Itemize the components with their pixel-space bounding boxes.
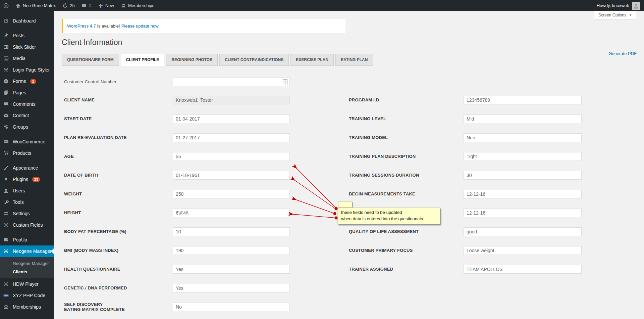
field-label-customer-primary-focus: CUSTOMER PRIMARY FOCUS [349, 246, 460, 255]
sidebar-item-plugins[interactable]: Plugins23 [0, 174, 54, 185]
sidebar-subitem-neogene-manager[interactable]: Neogene Manager [0, 259, 54, 268]
sidebar-item-label: Memberships [13, 304, 41, 310]
customer-control-number-input[interactable] [173, 78, 290, 86]
health-questionnaire-input[interactable] [173, 265, 290, 274]
generate-pdf-link[interactable]: Generate PDF [608, 51, 637, 56]
sidebar-item-posts[interactable]: Posts [0, 30, 54, 41]
comments-link[interactable]: 0 [82, 3, 91, 8]
people-icon [121, 3, 126, 8]
field-label-age: AGE [64, 152, 170, 161]
field-label-date-of-birth: DATE OF BIRTH [64, 171, 170, 180]
sidebar-item-label: Groups [13, 124, 28, 130]
sidebar-item-appearance[interactable]: Appearance [0, 162, 54, 174]
sidebar-item-tools[interactable]: Tools [0, 196, 54, 208]
pin-icon [3, 33, 9, 38]
screen-options-button[interactable]: Screen Options ▼ [594, 11, 636, 19]
start-date-input[interactable] [173, 115, 290, 123]
number-spinner-icon[interactable]: ▲▼ [283, 79, 287, 85]
field-label-height: HEIGHT [64, 209, 170, 217]
media-icon [3, 56, 9, 61]
weight-input[interactable] [173, 190, 290, 198]
sidebar-item-groups[interactable]: Groups [0, 121, 54, 133]
sidebar-separator [0, 133, 54, 136]
sidebar-item-label: Custom Fields [13, 222, 43, 228]
field-label-training-sessions-duration: TRAINING SESSIONS DURATION [349, 171, 460, 180]
notice-text: is available! [97, 24, 120, 29]
sidebar-item-label: Media [13, 56, 25, 61]
cart-icon [3, 150, 9, 156]
sidebar-item-dashboard[interactable]: Dashboard [0, 15, 54, 27]
sidebar-item-slick-slider[interactable]: Slick Slider [0, 41, 54, 53]
gear-icon [3, 248, 9, 254]
sidebar-item-pages[interactable]: Pages [0, 87, 54, 98]
site-name-link[interactable]: Neo Gene Matrix [15, 3, 56, 8]
customer-primary-focus-input[interactable] [464, 246, 582, 255]
admin-bar: W Neo Gene Matrix 25 0 New [0, 0, 644, 11]
tab-client-profile[interactable]: CLIENT PROFILE [121, 54, 165, 66]
home-icon [15, 3, 21, 8]
avatar[interactable] [632, 2, 640, 10]
settings-icon [3, 211, 9, 216]
hidden-label-input[interactable] [464, 209, 582, 217]
height-input[interactable] [173, 209, 290, 217]
sidebar-item-comments[interactable]: Comments [0, 98, 54, 110]
wordpress-logo-icon[interactable]: W [3, 3, 9, 8]
field-label-plan-re-evaluation-date: PLAN RE-EVALUATION DATE [64, 133, 170, 142]
tab-exercise-plan[interactable]: EXERCISE PLAN [290, 54, 334, 66]
sidebar-item-label: Products [13, 150, 31, 156]
update-now-link[interactable]: Please update now. [121, 24, 159, 29]
sidebar-item-login-page-styler[interactable]: Login Page Styler [0, 64, 54, 76]
program-i-d-input[interactable] [464, 96, 582, 104]
client-name-input[interactable] [173, 96, 290, 104]
sidebar-item-users[interactable]: Users [0, 185, 54, 196]
new-label: New [105, 3, 114, 8]
sidebar-item-label: XYZ PHP Code [13, 293, 45, 298]
age-input[interactable] [173, 152, 290, 161]
svg-text:Woo: Woo [4, 141, 8, 143]
sidebar-item-media[interactable]: Media [0, 53, 54, 64]
updates-link[interactable]: 25 [62, 3, 74, 8]
sidebar-item-popup[interactable]: PopUp [0, 234, 54, 245]
tab-questionnaire-form[interactable]: QUESTIONNAIRE FORM [62, 54, 119, 66]
howdy-text[interactable]: Howdy, knoxweb [597, 3, 629, 8]
sidebar-menu: DashboardPostsSlick SliderMediaLogin Pag… [0, 11, 54, 319]
training-level-input[interactable] [464, 115, 582, 123]
tab-client-contraindications[interactable]: CLIENT CONTRAINDICATIONS [219, 54, 289, 66]
sidebar-item-woocommerce[interactable]: WooWooCommerce [0, 136, 54, 147]
sidebar-item-label: WooCommerce [13, 139, 45, 144]
php-icon: PHP [3, 293, 9, 298]
plan-re-evaluation-date-input[interactable] [173, 133, 290, 142]
tab-eating-plan[interactable]: EATING PLAN [335, 54, 373, 66]
sidebar-item-hdw-player[interactable]: HDW Player [0, 278, 54, 290]
sidebar-item-custom-fields[interactable]: Custom Fields [0, 219, 54, 231]
sidebar-item-forms[interactable]: Forms1 [0, 76, 54, 87]
gear-icon [3, 281, 9, 287]
bmi-body-mass-index-input[interactable] [173, 246, 290, 255]
genetic-dna-performed-input[interactable] [173, 284, 290, 292]
body-fat-percentage-input[interactable] [173, 227, 290, 236]
training-plan-description-input[interactable] [464, 152, 582, 161]
update-notice: WordPress 4.7 is available! Please updat… [62, 19, 345, 33]
dashboard-icon [3, 18, 9, 24]
quality-of-life-assessment-input[interactable] [464, 227, 582, 236]
date-of-birth-input[interactable] [173, 171, 290, 180]
trainer-assigned-input[interactable] [464, 265, 582, 274]
training-model-input[interactable] [464, 133, 582, 142]
begin-measurements-take-input[interactable] [464, 190, 582, 198]
sidebar-item-memberships[interactable]: Memberships [0, 301, 54, 313]
sidebar-item-products[interactable]: Products [0, 147, 54, 159]
sidebar-item-settings[interactable]: Settings [0, 208, 54, 219]
memberships-toolbar-link[interactable]: Memberships [121, 3, 154, 8]
main-content: Screen Options ▼ WordPress 4.7 is availa… [54, 11, 644, 319]
sidebar-item-xyz-php-code[interactable]: PHPXYZ PHP Code [0, 290, 54, 301]
tab-beginning-photos[interactable]: BEGINNING PHOTOS [166, 54, 218, 66]
self-discovery-eating-matrix-complete-input[interactable] [173, 303, 290, 311]
sidebar-item-contact[interactable]: Contact [0, 110, 54, 121]
sidebar-subitem-clients[interactable]: Clients [0, 268, 54, 276]
wordpress-version-link[interactable]: WordPress 4.7 [67, 24, 96, 29]
new-content-link[interactable]: New [98, 3, 114, 8]
svg-text:W: W [5, 4, 7, 7]
sidebar-item-neogene-manager[interactable]: Neogene Manager [0, 245, 54, 257]
training-sessions-duration-input[interactable] [464, 171, 582, 180]
field-label-begin-measurements-take: BEGIN MEASUREMENTS TAKE [349, 190, 460, 198]
